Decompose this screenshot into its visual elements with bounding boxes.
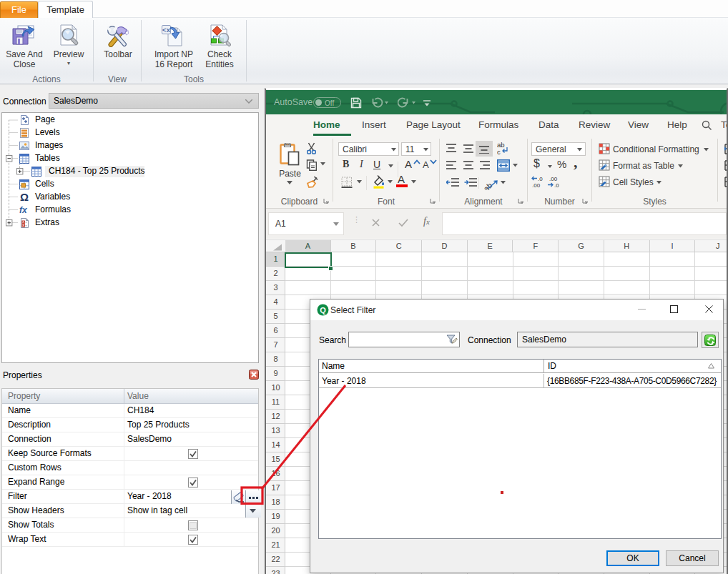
svg-text:<x: <x	[162, 26, 171, 34]
svg-text:c: c	[497, 148, 501, 156]
svg-text:Q: Q	[320, 306, 326, 315]
svg-text:.0: .0	[554, 182, 559, 189]
svg-text:.00: .00	[532, 182, 541, 189]
